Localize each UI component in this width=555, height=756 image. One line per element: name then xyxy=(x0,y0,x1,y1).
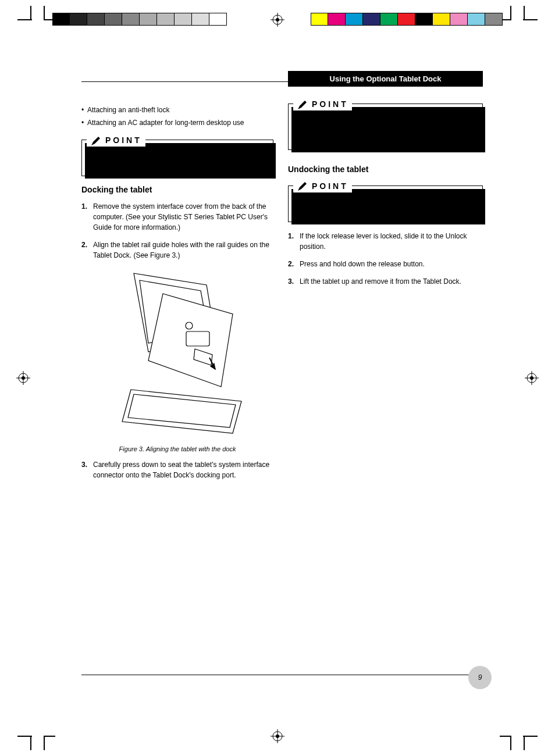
step-number: 2. xyxy=(81,240,87,261)
list-item: Attaching an AC adapter for long-term de… xyxy=(81,117,273,128)
registration-mark-icon xyxy=(525,371,539,385)
section-heading: Undocking the tablet xyxy=(288,165,483,174)
crop-mark xyxy=(30,6,31,20)
crop-mark xyxy=(500,736,511,737)
step-item: 2. Align the tablet rail guide holes wit… xyxy=(81,240,273,261)
step-number: 1. xyxy=(288,231,294,252)
pencil-icon xyxy=(297,99,308,110)
step-number: 2. xyxy=(288,259,294,269)
crop-mark xyxy=(524,736,525,750)
point-label: POINT xyxy=(105,134,142,147)
figure-illustration xyxy=(99,268,250,442)
step-text: Press and hold down the release button. xyxy=(300,259,425,269)
step-text: If the lock release lever is locked, sli… xyxy=(300,231,483,252)
pencil-icon xyxy=(297,180,308,192)
color-bar xyxy=(311,13,503,26)
intro-list: Attaching an anti-theft lock Attaching a… xyxy=(81,105,273,128)
footer-rule xyxy=(81,675,483,675)
crop-mark xyxy=(17,19,32,20)
crop-mark xyxy=(523,19,538,20)
figure-caption: Figure 3. Aligning the tablet with the d… xyxy=(81,445,273,452)
step-text: Carefully press down to seat the tablet'… xyxy=(93,459,273,480)
crop-mark xyxy=(510,6,511,20)
registration-mark-icon xyxy=(271,13,284,27)
page-number: 9 xyxy=(468,666,492,689)
step-item: 1. Remove the system interface cover fro… xyxy=(81,201,273,233)
point-callout: POINT Remove the pen from the pen holder… xyxy=(81,140,273,176)
point-text: If the Tablet PC is in video mirror mode… xyxy=(296,113,475,142)
crop-mark xyxy=(523,736,538,737)
crop-mark xyxy=(44,736,45,750)
crop-mark xyxy=(44,6,45,20)
point-callout: POINT If the Tablet PC is in video mirro… xyxy=(288,104,483,150)
point-text: Remove the pen from the pen holder befor… xyxy=(89,149,266,169)
step-text: Remove the system interface cover from t… xyxy=(93,201,273,233)
grayscale-bar xyxy=(52,13,227,26)
step-item: 1. If the lock release lever is locked, … xyxy=(288,231,483,252)
step-number: 3. xyxy=(81,459,87,480)
point-label: POINT xyxy=(312,180,348,192)
step-item: 2. Press and hold down the release butto… xyxy=(288,259,483,269)
point-text: Remove the pen from the pen holder befor… xyxy=(296,195,475,215)
point-callout: POINT Remove the pen from the pen holder… xyxy=(288,186,483,222)
crop-mark xyxy=(510,736,511,750)
step-item: 3. Lift the tablet up and remove it from… xyxy=(288,276,483,287)
step-number: 1. xyxy=(81,201,87,233)
section-heading: Docking the tablet xyxy=(81,185,273,194)
crop-mark xyxy=(30,736,31,750)
step-number: 3. xyxy=(288,276,294,287)
point-label: POINT xyxy=(312,98,348,110)
registration-mark-icon xyxy=(16,371,30,385)
step-text: Lift the tablet up and remove it from th… xyxy=(300,276,461,287)
crop-mark xyxy=(44,736,55,737)
step-text: Align the tablet rail guide holes with t… xyxy=(93,240,273,261)
pencil-icon xyxy=(90,135,102,147)
list-item: Attaching an anti-theft lock xyxy=(81,105,273,115)
registration-mark-icon xyxy=(271,729,284,743)
crop-mark xyxy=(17,736,32,737)
page-title: Using the Optional Tablet Dock xyxy=(288,71,483,87)
step-item: 3. Carefully press down to seat the tabl… xyxy=(81,459,273,480)
crop-mark xyxy=(524,6,525,20)
